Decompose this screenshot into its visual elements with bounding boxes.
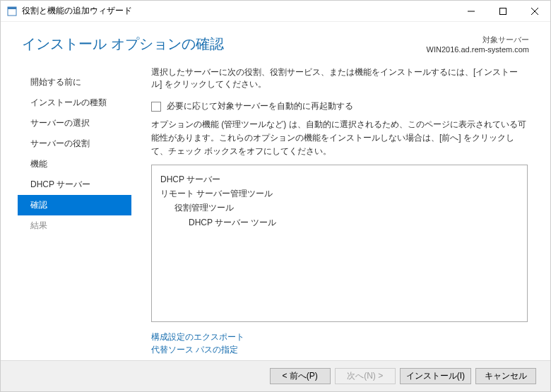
svg-rect-1	[8, 7, 16, 9]
restart-checkbox-label: 必要に応じて対象サーバーを自動的に再起動する	[167, 100, 353, 112]
restart-checkbox-row[interactable]: 必要に応じて対象サーバーを自動的に再起動する	[151, 100, 528, 112]
feature-item: 役割管理ツール	[160, 201, 519, 215]
maximize-button[interactable]	[487, 1, 519, 21]
page-title: インストール オプションの確認	[22, 35, 224, 54]
previous-button[interactable]: < 前へ(P)	[270, 368, 331, 384]
target-server-info: 対象サーバー WIN2016.ad.rem-system.com	[427, 35, 529, 54]
close-button[interactable]	[519, 1, 550, 21]
wizard-footer: < 前へ(P) 次へ(N) > インストール(I) キャンセル	[1, 360, 550, 391]
sidebar-item-features[interactable]: 機能	[18, 154, 131, 174]
alternate-source-path-link[interactable]: 代替ソース パスの指定	[151, 343, 528, 356]
target-server-name: WIN2016.ad.rem-system.com	[427, 45, 529, 54]
window-title: 役割と機能の追加ウィザード	[22, 5, 455, 17]
sidebar-item-installation-type[interactable]: インストールの種類	[18, 93, 131, 113]
sidebar-item-server-roles[interactable]: サーバーの役割	[18, 133, 131, 154]
titlebar: 役割と機能の追加ウィザード	[1, 1, 550, 22]
cancel-button[interactable]: キャンセル	[475, 368, 536, 384]
app-icon	[6, 6, 18, 17]
header-area: インストール オプションの確認 対象サーバー WIN2016.ad.rem-sy…	[1, 22, 550, 66]
wizard-sidebar: 開始する前に インストールの種類 サーバーの選択 サーバーの役割 機能 DHCP…	[15, 66, 131, 360]
sidebar-item-results: 結果	[18, 215, 131, 236]
target-server-label: 対象サーバー	[427, 35, 529, 45]
export-configuration-link[interactable]: 構成設定のエクスポート	[151, 331, 528, 343]
feature-list: DHCP サーバー リモート サーバー管理ツール 役割管理ツール DHCP サー…	[151, 165, 528, 322]
instruction-text: 選択したサーバーに次の役割、役割サービス、または機能をインストールするには、[イ…	[151, 66, 528, 90]
minimize-button[interactable]	[455, 1, 487, 21]
feature-item: DHCP サーバー ツール	[160, 215, 519, 230]
feature-item: DHCP サーバー	[160, 172, 519, 186]
svg-rect-3	[499, 8, 506, 14]
sidebar-item-before-you-begin[interactable]: 開始する前に	[18, 72, 131, 93]
restart-checkbox[interactable]	[151, 102, 161, 112]
sidebar-item-server-selection[interactable]: サーバーの選択	[18, 113, 131, 133]
sidebar-item-confirmation[interactable]: 確認	[18, 195, 131, 215]
explain-text: オプションの機能 (管理ツールなど) は、自動的に選択されるため、このページに表…	[151, 118, 528, 159]
content-panel: 選択したサーバーに次の役割、役割サービス、または機能をインストールするには、[イ…	[131, 66, 536, 360]
feature-item: リモート サーバー管理ツール	[160, 186, 519, 201]
sidebar-item-dhcp-server[interactable]: DHCP サーバー	[18, 174, 131, 195]
install-button[interactable]: インストール(I)	[400, 368, 471, 384]
next-button: 次へ(N) >	[335, 368, 396, 384]
